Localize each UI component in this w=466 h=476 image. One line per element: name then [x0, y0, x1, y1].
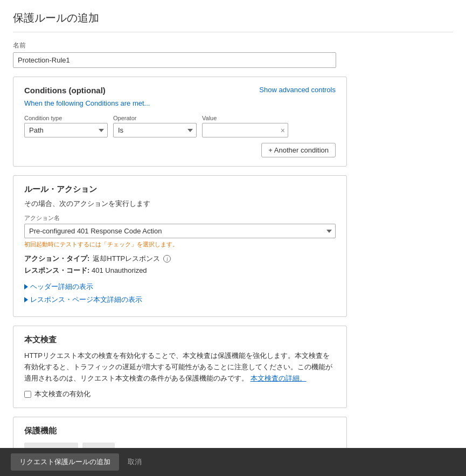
- action-subtitle: その場合、次のアクションを実行します: [24, 199, 336, 209]
- chevron-right-icon: [24, 284, 28, 289]
- operator-col: Operator Is Is not Contains Starts with …: [113, 115, 197, 137]
- response-code-row: レスポンス・コード: 401 Unauthorized: [24, 266, 336, 275]
- action-type-row: アクション・タイプ: 返却HTTPレスポンス i: [24, 254, 336, 264]
- header-details-link[interactable]: ヘッダー詳細の表示: [30, 282, 93, 292]
- response-page-link[interactable]: レスポンス・ページ本文詳細の表示: [30, 295, 142, 305]
- conditions-title: Conditions (optional): [24, 86, 106, 95]
- action-name-select[interactable]: Pre-configured 401 Response Code Action …: [24, 224, 336, 238]
- page-wrapper: 保護ルールの追加 名前 Conditions (optional) Show a…: [0, 0, 466, 476]
- body-inspection-title: 本文検査: [24, 335, 336, 345]
- name-field-group: 名前: [13, 41, 453, 68]
- name-input[interactable]: [13, 52, 336, 68]
- another-condition-row: + Another condition: [24, 143, 336, 157]
- condition-type-col: Condition type Path Host Method Header: [24, 115, 108, 137]
- show-advanced-controls-link[interactable]: Show advanced controls: [259, 86, 336, 94]
- body-inspection-section: 本文検査 HTTPリクエスト本文の検査を有効化することで、本文検査は保護機能を強…: [13, 326, 347, 408]
- response-page-expand[interactable]: レスポンス・ページ本文詳細の表示: [24, 295, 336, 305]
- rule-actions-section: ルール・アクション その場合、次のアクションを実行します アクション名 Pre-…: [13, 175, 347, 317]
- conditions-section: Conditions (optional) Show advanced cont…: [13, 77, 347, 167]
- value-col: Value ×: [202, 115, 288, 137]
- body-inspection-checkbox-row: 本文検査の有効化: [24, 389, 336, 399]
- operator-label: Operator: [113, 115, 197, 121]
- body-inspection-description: HTTPリクエスト本文の検査を有効化することで、本文検査は保護機能を強化します。…: [24, 350, 336, 384]
- body-inspection-link[interactable]: 本文検査の詳細。: [251, 374, 307, 382]
- submit-button[interactable]: リクエスト保護ルールの追加: [11, 453, 119, 471]
- conditions-header: Conditions (optional) Show advanced cont…: [24, 86, 336, 95]
- value-input[interactable]: [202, 123, 288, 137]
- conditions-subtitle: When the following Conditions are met...: [24, 99, 336, 107]
- another-condition-button[interactable]: + Another condition: [261, 143, 336, 157]
- cancel-link[interactable]: 取消: [128, 457, 142, 467]
- chevron-right-icon-2: [24, 297, 28, 302]
- condition-type-select[interactable]: Path Host Method Header: [24, 123, 108, 137]
- action-name-label: アクション名: [24, 214, 336, 222]
- value-label: Value: [202, 115, 288, 121]
- condition-row: Condition type Path Host Method Header O…: [24, 115, 336, 137]
- body-inspection-checkbox-label: 本文検査の有効化: [34, 389, 91, 399]
- operator-select[interactable]: Is Is not Contains Starts with Ends with: [113, 123, 197, 137]
- header-details-expand[interactable]: ヘッダー詳細の表示: [24, 282, 336, 292]
- response-code-label: レスポンス・コード:: [24, 266, 89, 274]
- body-inspection-checkbox[interactable]: [24, 391, 31, 398]
- name-label: 名前: [13, 41, 453, 50]
- clear-value-button[interactable]: ×: [281, 127, 285, 134]
- response-code-value: 401 Unauthorized: [92, 266, 147, 274]
- rule-actions-title: ルール・アクション: [24, 184, 336, 195]
- action-hint: 初回起動時にテストするには「チェック」を選択します。: [24, 240, 336, 249]
- action-type-value: 返却HTTPレスポンス: [93, 254, 160, 264]
- page-title: 保護ルールの追加: [13, 11, 453, 32]
- condition-type-label: Condition type: [24, 115, 108, 121]
- info-icon[interactable]: i: [163, 255, 171, 263]
- protection-features-title: 保護機能: [24, 426, 336, 436]
- value-input-wrap: ×: [202, 123, 288, 137]
- bottom-bar: リクエスト保護ルールの追加 取消: [0, 448, 466, 476]
- action-type-label: アクション・タイプ:: [24, 254, 89, 264]
